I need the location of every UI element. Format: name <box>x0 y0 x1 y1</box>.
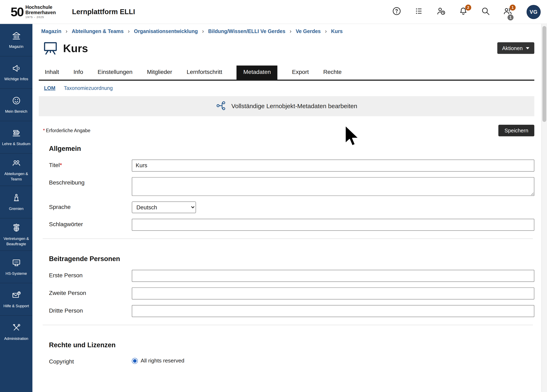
sidebar-item-administration[interactable]: Administration <box>0 316 33 348</box>
breadcrumb-item-magazin[interactable]: Magazin <box>41 28 62 34</box>
sprache-field-wrap: Deutsch <box>132 202 534 213</box>
chevron-down-icon <box>526 47 529 49</box>
sidebar-item-magazin[interactable]: Magazin <box>0 24 33 56</box>
form-toolbar: *Erforderliche Angabe Speichern <box>43 125 534 136</box>
sidebar-item-label: Gremien <box>9 206 23 211</box>
search-button[interactable] <box>480 7 491 17</box>
schlagwoerter-field-wrap <box>132 219 534 231</box>
sidebar-item-label: Magazin <box>9 44 23 49</box>
page-header: Kurs Aktionen <box>43 40 534 57</box>
main-sidebar: Magazin Wichtige Infos Mein Bereich Lehr… <box>0 24 33 392</box>
erste-person-field-wrap <box>132 270 534 282</box>
breadcrumb: Magazin › Abteilungen & Teams › Organisa… <box>41 28 534 34</box>
contacts-badge-top: 1 <box>510 4 516 10</box>
header-icons: 2 1 1 VG <box>391 5 541 19</box>
beschreibung-textarea[interactable] <box>132 177 534 196</box>
sidebar-item-lehre-studium[interactable]: Lehre & Studium <box>0 121 33 154</box>
tab-einstellungen[interactable]: Einstellungen <box>97 66 132 80</box>
tab-metadaten[interactable]: Metadaten <box>237 66 277 80</box>
sidebar-item-wichtige-infos[interactable]: Wichtige Infos <box>0 56 33 89</box>
section-divider <box>43 325 533 325</box>
notifications-button[interactable]: 2 <box>458 7 468 17</box>
tab-inhalt[interactable]: Inhalt <box>45 66 59 80</box>
actions-button[interactable]: Aktionen <box>497 42 534 54</box>
list-icon <box>414 6 423 17</box>
main-content: Magazin › Abteilungen & Teams › Organisa… <box>33 24 541 392</box>
tab-lernfortschritt[interactable]: Lernfortschritt <box>187 66 222 80</box>
required-note-text: Erforderliche Angabe <box>46 128 90 133</box>
tools-icon <box>12 323 21 334</box>
titel-label-text: Titel <box>49 162 60 168</box>
schlagwoerter-input[interactable] <box>132 219 534 231</box>
save-button[interactable]: Speichern <box>499 125 534 136</box>
titel-input[interactable] <box>132 160 534 172</box>
sidebar-item-label: Abteilungen & Teams <box>1 171 31 181</box>
tab-bar: Inhalt Info Einstellungen Mitglieder Ler… <box>39 66 534 81</box>
avatar[interactable]: VG <box>526 5 541 19</box>
all-rights-reserved-label: All rights reserved <box>141 358 185 364</box>
megaphone-icon <box>12 64 21 74</box>
form-row-zweite-person: Zweite Person <box>39 288 534 299</box>
people-icon <box>12 158 21 169</box>
edit-full-metadata-link[interactable]: Vollständige Lernobjekt-Metadaten bearbe… <box>231 102 357 110</box>
help-button[interactable] <box>391 7 402 17</box>
books-icon <box>12 128 21 139</box>
tab-info[interactable]: Info <box>74 66 83 80</box>
app-title: Lernplattform ELLI <box>72 8 135 16</box>
scrollbar[interactable] <box>541 24 547 392</box>
breadcrumb-separator: › <box>289 28 291 34</box>
monitor-icon <box>12 258 21 269</box>
page-title: Kurs <box>63 42 88 55</box>
sprache-label: Sprache <box>49 202 132 210</box>
titel-label: Titel* <box>49 160 132 169</box>
subtab-taxonomiezuordnung[interactable]: Taxonomiezuordnung <box>64 85 113 91</box>
recent-activity-button[interactable] <box>436 7 446 17</box>
section-heading-beitragende: Beitragende Personen <box>49 255 534 263</box>
tab-rechte[interactable]: Rechte <box>323 66 342 80</box>
copyright-radio-option[interactable]: All rights reserved <box>132 356 534 364</box>
schlagwoerter-label: Schlagwörter <box>49 219 132 228</box>
section-heading-rechte: Rechte und Lizenzen <box>49 341 534 349</box>
sidebar-item-vertretungen[interactable]: Vertretungen & Beauftragte <box>0 218 33 251</box>
sidebar-item-mein-bereich[interactable]: Mein Bereich <box>0 89 33 121</box>
bank-icon <box>12 31 21 42</box>
sidebar-item-label: HS-Systeme <box>6 271 27 276</box>
breadcrumb-item-abteilungen[interactable]: Abteilungen & Teams <box>72 28 124 34</box>
sidebar-item-abteilungen-teams[interactable]: Abteilungen & Teams <box>0 154 33 186</box>
sidebar-item-hilfe-support[interactable]: Hilfe & Support <box>0 283 33 316</box>
metadata-tree-icon <box>216 100 226 112</box>
section-divider <box>43 238 533 239</box>
all-rights-reserved-radio[interactable] <box>132 358 138 364</box>
tab-export[interactable]: Export <box>292 66 309 80</box>
contacts-button[interactable]: 1 1 <box>502 7 513 17</box>
logo-text: Hochschule Bremerhaven 1975 - 2025 <box>26 5 56 19</box>
todo-list-button[interactable] <box>413 7 424 17</box>
subtab-lom[interactable]: LOM <box>44 85 55 91</box>
beschreibung-label: Beschreibung <box>49 177 132 186</box>
dritte-person-input[interactable] <box>132 305 534 317</box>
user-clock-icon <box>436 6 445 17</box>
scrollbar-thumb[interactable] <box>542 26 546 122</box>
sidebar-item-label: Hilfe & Support <box>3 304 29 309</box>
breadcrumb-item-organisationsentwicklung[interactable]: Organisationsentwicklung <box>134 28 198 34</box>
section-heading-allgemein: Allgemein <box>49 145 534 153</box>
zweite-person-input[interactable] <box>132 288 534 299</box>
globe-people-icon <box>12 223 21 234</box>
sidebar-item-hs-systeme[interactable]: HS-Systeme <box>0 251 33 283</box>
zweite-person-field-wrap <box>132 288 534 299</box>
sidebar-item-label: Lehre & Studium <box>2 142 30 146</box>
sidebar-item-gremien[interactable]: Gremien <box>0 186 33 218</box>
breadcrumb-item-kurs[interactable]: Kurs <box>331 28 343 34</box>
sprache-select[interactable]: Deutsch <box>132 202 196 213</box>
titel-field-wrap <box>132 160 534 172</box>
tab-mitglieder[interactable]: Mitglieder <box>147 66 172 80</box>
dritte-person-label: Dritte Person <box>49 305 132 314</box>
form-row-schlagwoerter: Schlagwörter <box>39 219 534 231</box>
breadcrumb-item-bildung-wissen[interactable]: Bildung/Wissen/ELLI Ve Gerdes <box>208 28 285 34</box>
university-logo[interactable]: 50 Hochschule Bremerhaven 1975 - 2025 <box>10 5 56 19</box>
erste-person-input[interactable] <box>132 270 534 282</box>
breadcrumb-item-ve-gerdes[interactable]: Ve Gerdes <box>296 28 321 34</box>
required-asterisk: * <box>43 128 45 133</box>
help-icon <box>392 6 401 17</box>
sidebar-item-label: Administration <box>4 336 28 341</box>
